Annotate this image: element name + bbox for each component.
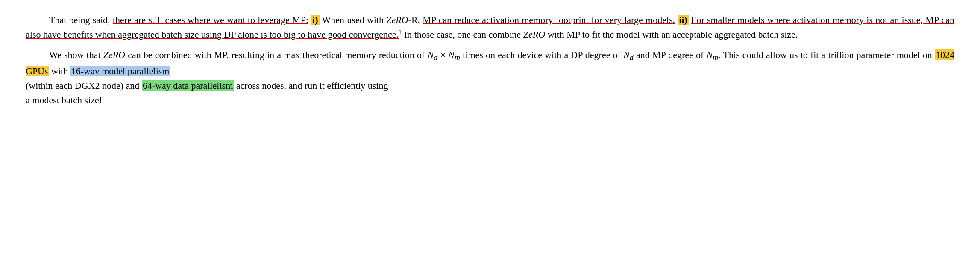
paragraph-1: That being said, there are still cases w… [26, 13, 954, 42]
text-within: (within each DGX2 node) and [26, 80, 142, 91]
text-mp-can-reduce: MP can reduce activation memory footprin… [423, 15, 675, 25]
main-content: That being said, there are still cases w… [26, 13, 954, 108]
text-in-those: In those case, one can combine ZeRO with… [404, 29, 798, 40]
paragraph-2: We show that ZeRO can be combined with M… [26, 48, 954, 108]
label-ii: ii) [678, 15, 689, 25]
text-when-used: When used with ZeRO-R, [322, 15, 423, 25]
text-that-being-said: That being said, [49, 15, 110, 25]
label-i: i) [311, 15, 319, 25]
footnote-1: 1 [399, 29, 402, 35]
text-we-show: We show that ZeRO can be combined with M… [49, 49, 935, 60]
text-there-are-still: there are still cases where we want to l… [113, 15, 308, 25]
text-with: with [51, 66, 70, 76]
highlight-model-parallelism: 16-way model parallelism [70, 66, 170, 76]
highlight-data-parallelism: 64-way data parallelism [142, 80, 234, 91]
